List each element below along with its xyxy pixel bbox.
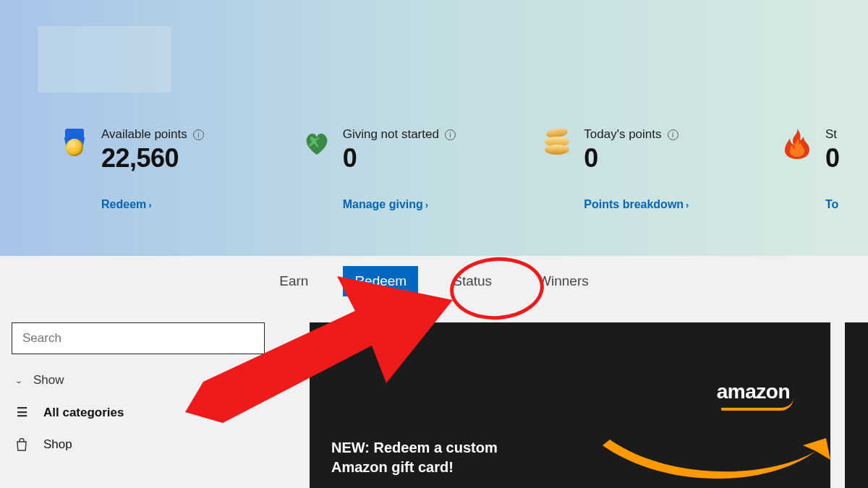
stat-value: 0 bbox=[825, 143, 840, 174]
category-label: All categories bbox=[43, 406, 124, 420]
chevron-right-icon: › bbox=[686, 200, 689, 210]
stat-label: St bbox=[825, 127, 840, 142]
stat-label: Giving not started i bbox=[343, 127, 456, 142]
stat-streak: St 0 To bbox=[785, 127, 868, 211]
search-box[interactable] bbox=[12, 322, 265, 354]
stat-label: Today's points i bbox=[584, 127, 689, 142]
filter-sidebar: ⌄ Show ☰ All categories Shop bbox=[12, 322, 265, 452]
tab-status[interactable]: Status bbox=[441, 266, 503, 296]
stat-label: Available points i bbox=[101, 127, 204, 142]
amazon-logo: amazon bbox=[717, 380, 790, 403]
stats-row: Available points i 22,560 Redeem› Giving… bbox=[61, 127, 868, 211]
reward-card-next[interactable] bbox=[845, 322, 868, 488]
info-icon[interactable]: i bbox=[668, 129, 678, 140]
tab-winners[interactable]: Winners bbox=[527, 266, 600, 296]
search-input[interactable] bbox=[22, 331, 254, 346]
tab-earn[interactable]: Earn bbox=[268, 266, 320, 296]
shopping-bag-icon bbox=[14, 438, 29, 451]
chevron-right-icon: › bbox=[148, 200, 151, 210]
earth-heart-icon bbox=[302, 129, 330, 156]
chevron-down-icon: ⌄ bbox=[14, 376, 23, 384]
show-toggle[interactable]: ⌄ Show bbox=[12, 373, 265, 388]
redacted-region bbox=[38, 26, 171, 93]
points-breakdown-link[interactable]: Points breakdown› bbox=[584, 198, 689, 211]
lower-section: ⌄ Show ☰ All categories Shop amazon NEW:… bbox=[0, 315, 868, 488]
primary-tabs: Earn Redeem Status Winners bbox=[0, 266, 868, 296]
stat-giving: Giving not started i 0 Manage giving› bbox=[302, 127, 544, 211]
category-all[interactable]: ☰ All categories bbox=[12, 405, 265, 420]
list-icon: ☰ bbox=[14, 405, 29, 420]
manage-giving-link[interactable]: Manage giving› bbox=[343, 198, 456, 211]
coins-icon bbox=[543, 129, 571, 156]
streak-link[interactable]: To bbox=[825, 198, 840, 211]
category-shop[interactable]: Shop bbox=[12, 437, 265, 452]
show-label: Show bbox=[33, 373, 64, 388]
tab-redeem[interactable]: Redeem bbox=[343, 266, 418, 296]
reward-card-amazon[interactable]: amazon NEW: Redeem a custom Amazon gift … bbox=[310, 322, 830, 488]
amazon-swoosh-icon bbox=[599, 431, 838, 488]
hero-banner: Available points i 22,560 Redeem› Giving… bbox=[0, 0, 868, 256]
reward-card-title: NEW: Redeem a custom Amazon gift card! bbox=[331, 438, 498, 477]
category-label: Shop bbox=[43, 437, 72, 452]
stat-available-points: Available points i 22,560 Redeem› bbox=[61, 127, 302, 211]
info-icon[interactable]: i bbox=[445, 129, 456, 140]
redeem-link[interactable]: Redeem› bbox=[101, 198, 204, 211]
info-icon[interactable]: i bbox=[193, 129, 204, 140]
stat-value: 0 bbox=[584, 143, 689, 174]
stat-value: 0 bbox=[343, 143, 456, 174]
chevron-right-icon: › bbox=[425, 200, 428, 210]
stat-todays-points: Today's points i 0 Points breakdown› bbox=[543, 127, 785, 211]
stat-value: 22,560 bbox=[101, 143, 204, 174]
flame-icon bbox=[785, 129, 812, 156]
medal-icon bbox=[61, 129, 88, 156]
